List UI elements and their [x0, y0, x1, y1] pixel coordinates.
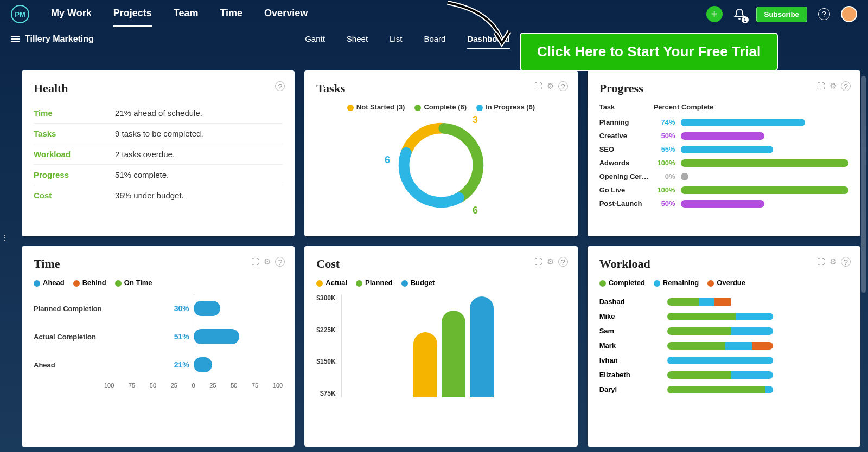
legend-item: Budget	[401, 279, 435, 287]
card-title: Progress	[599, 81, 848, 95]
cost-card: ⛶ ⚙ ? Cost ActualPlannedBudget $300K$225…	[304, 246, 577, 447]
help-icon[interactable]: ?	[816, 6, 832, 22]
help-icon[interactable]: ?	[841, 257, 851, 267]
legend-item: In Progress (6)	[476, 103, 535, 111]
health-value: 36% under budget.	[115, 191, 184, 200]
progress-row: Planning74%	[599, 115, 848, 129]
col-header: Percent Complete	[654, 103, 714, 111]
legend-item: Overdue	[707, 279, 745, 287]
health-label: Cost	[34, 191, 115, 200]
logo[interactable]: PM	[11, 5, 29, 23]
legend-item: Behind	[73, 279, 106, 287]
expand-icon[interactable]: ⛶	[534, 81, 542, 91]
add-button[interactable]: +	[706, 6, 723, 22]
tab-gantt[interactable]: Gantt	[305, 30, 325, 49]
workload-row: Dashad	[599, 294, 848, 309]
health-row: Cost36% under budget.	[34, 185, 283, 205]
health-value: 51% complete.	[115, 170, 169, 179]
health-row: Time21% ahead of schedule.	[34, 103, 283, 124]
cost-bar	[470, 296, 494, 397]
gear-icon[interactable]: ⚙	[829, 257, 837, 267]
project-title: Tillery Marketing	[25, 34, 94, 44]
avatar[interactable]	[841, 6, 857, 22]
expand-icon[interactable]: ⛶	[817, 81, 825, 91]
notifications-icon[interactable]: 1	[731, 6, 748, 22]
main-nav: My WorkProjectsTeamTimeOverview	[51, 1, 308, 27]
legend-item: Complete (6)	[414, 103, 467, 111]
progress-row: Adwords100%	[599, 156, 848, 170]
workload-card: ⛶ ⚙ ? Workload CompletedRemainingOverdue…	[588, 246, 860, 447]
legend-item: Completed	[599, 279, 645, 287]
tab-board[interactable]: Board	[424, 30, 445, 49]
nav-projects[interactable]: Projects	[113, 1, 152, 27]
progress-row: SEO55%	[599, 143, 848, 156]
nav-team[interactable]: Team	[174, 1, 199, 27]
progress-row: Post-Launch50%	[599, 197, 848, 210]
nav-overview[interactable]: Overview	[264, 1, 308, 27]
legend-item: Planned	[356, 279, 393, 287]
health-value: 9 tasks to be completed.	[115, 129, 203, 138]
help-icon[interactable]: ?	[558, 81, 568, 91]
time-row: Actual Completion51%	[34, 322, 283, 351]
tab-list[interactable]: List	[390, 30, 402, 49]
card-title: Workload	[599, 257, 848, 271]
health-row: Tasks9 tasks to be completed.	[34, 124, 283, 144]
tab-dashboard[interactable]: Dashboard	[467, 30, 509, 49]
workload-row: Daryl	[599, 382, 848, 397]
tasks-donut: 3 6 6	[392, 117, 490, 214]
dashboard-grid: ? Health Time21% ahead of schedule.Tasks…	[22, 70, 860, 447]
expand-icon[interactable]: ⛶	[817, 257, 825, 267]
donut-label: 6	[473, 205, 478, 216]
nav-my-work[interactable]: My Work	[51, 1, 92, 27]
tab-sheet[interactable]: Sheet	[347, 30, 368, 49]
progress-row: Creative50%	[599, 129, 848, 143]
progress-row: Opening Cere…0%	[599, 170, 848, 183]
resize-handle-icon[interactable]: ⋮	[1, 233, 9, 242]
help-icon[interactable]: ?	[841, 81, 851, 91]
card-title: Cost	[316, 257, 565, 271]
gear-icon[interactable]: ⚙	[547, 257, 554, 267]
workload-row: Elizabeth	[599, 367, 848, 382]
help-icon[interactable]: ?	[558, 257, 568, 267]
progress-row: Go Live100%	[599, 183, 848, 197]
health-card: ? Health Time21% ahead of schedule.Tasks…	[22, 70, 295, 236]
help-icon[interactable]: ?	[275, 257, 285, 267]
gear-icon[interactable]: ⚙	[264, 257, 271, 267]
workload-row: Mike	[599, 309, 848, 324]
cta-free-trial[interactable]: Click Here to Start Your Free Trial	[520, 33, 778, 71]
cost-bar	[413, 332, 437, 397]
help-icon[interactable]: ?	[275, 81, 285, 91]
subscribe-button[interactable]: Subscribe	[756, 7, 807, 22]
gear-icon[interactable]: ⚙	[547, 81, 554, 91]
nav-time[interactable]: Time	[220, 1, 242, 27]
gear-icon[interactable]: ⚙	[829, 81, 837, 91]
health-value: 2 tasks overdue.	[115, 150, 175, 159]
workload-row: Mark	[599, 338, 848, 353]
workload-row: Sam	[599, 324, 848, 338]
donut-label: 3	[473, 114, 478, 126]
health-row: Workload2 tasks overdue.	[34, 144, 283, 165]
expand-icon[interactable]: ⛶	[251, 257, 259, 267]
legend-item: Not Started (3)	[347, 103, 405, 111]
menu-icon[interactable]	[11, 36, 20, 42]
health-label: Time	[34, 108, 115, 118]
donut-label: 6	[385, 154, 390, 166]
health-value: 21% ahead of schedule.	[115, 108, 202, 118]
card-title: Tasks	[316, 81, 565, 95]
card-title: Health	[34, 81, 283, 95]
legend-item: On Time	[115, 279, 152, 287]
card-title: Time	[34, 257, 283, 271]
time-row: Planned Completion30%	[34, 294, 283, 322]
expand-icon[interactable]: ⛶	[534, 257, 542, 267]
time-card: ⛶ ⚙ ? Time AheadBehindOn Time Planned Co…	[22, 246, 295, 447]
cost-bars	[341, 294, 566, 397]
top-nav: PM My WorkProjectsTeamTimeOverview + 1 S…	[0, 0, 868, 28]
legend-item: Ahead	[34, 279, 65, 287]
health-label: Tasks	[34, 129, 115, 138]
legend-item: Remaining	[654, 279, 699, 287]
cost-bar	[442, 311, 465, 397]
tasks-card: ⛶ ⚙ ? Tasks Not Started (3)Complete (6)I…	[304, 70, 577, 236]
health-row: Progress51% complete.	[34, 165, 283, 185]
scrollbar[interactable]	[861, 76, 866, 293]
col-header: Task	[599, 103, 654, 111]
